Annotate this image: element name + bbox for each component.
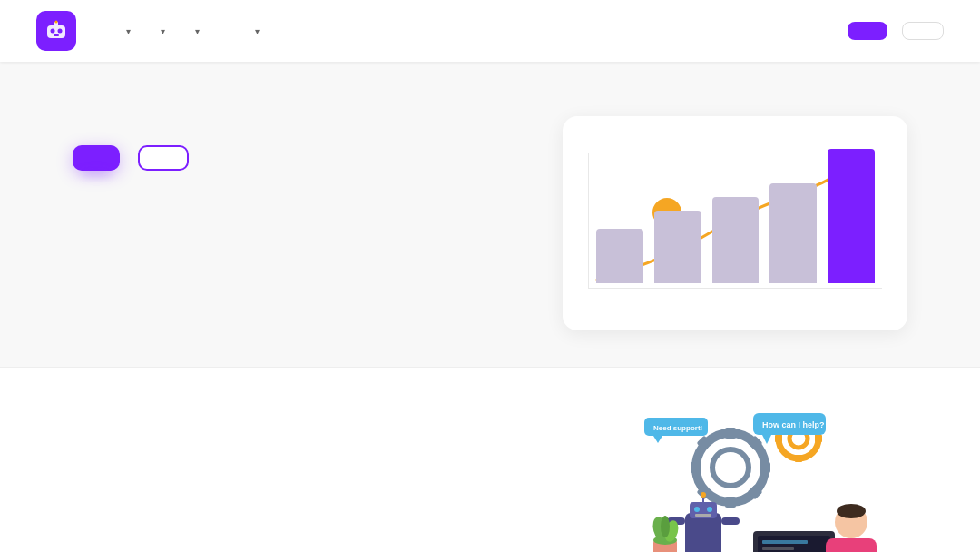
svg-marker-28	[653, 436, 662, 443]
svg-rect-11	[691, 462, 701, 473]
nav-item-products[interactable]: ▾	[145, 19, 176, 44]
svg-rect-22	[815, 435, 822, 442]
chevron-down-icon: ▾	[161, 26, 165, 36]
bar-2	[654, 211, 701, 283]
bar-group-5	[828, 149, 875, 288]
svg-point-32	[707, 507, 712, 512]
svg-rect-47	[826, 538, 877, 552]
bar-5	[828, 149, 875, 283]
svg-point-1	[51, 29, 55, 34]
svg-rect-12	[760, 462, 770, 473]
bar-4	[769, 183, 817, 283]
start-for-free-button[interactable]	[848, 22, 887, 40]
book-demo-button[interactable]	[138, 145, 189, 171]
section2: How can I help? Need support!	[0, 367, 980, 552]
section2-illustration: How can I help? Need support!	[617, 404, 907, 552]
bar-group-3	[712, 197, 760, 288]
logo-icon	[36, 11, 76, 51]
chevron-down-icon: ▾	[126, 26, 131, 36]
nav-item-solutions[interactable]: ▾	[180, 19, 211, 44]
svg-point-5	[55, 21, 58, 24]
svg-rect-37	[721, 518, 740, 525]
svg-rect-40	[762, 540, 808, 544]
hero-right	[563, 116, 907, 330]
svg-rect-20	[795, 455, 802, 462]
bar-group-2	[654, 211, 701, 288]
bar-group-1	[596, 229, 643, 288]
nav-item-resources[interactable]: ▾	[240, 19, 270, 44]
svg-text:How can I help?: How can I help?	[762, 420, 825, 429]
svg-rect-41	[762, 547, 794, 550]
svg-point-2	[58, 29, 63, 34]
hero-left	[73, 116, 508, 182]
nav-item-pricing[interactable]	[214, 24, 236, 38]
svg-marker-25	[762, 435, 771, 444]
chevron-down-icon: ▾	[195, 26, 200, 36]
login-button[interactable]	[902, 22, 944, 40]
chart-bars	[588, 153, 882, 289]
nav-links: ▾ ▾ ▾ ▾	[111, 19, 848, 44]
svg-point-52	[661, 516, 670, 537]
build-chatbot-button[interactable]	[73, 145, 120, 171]
svg-rect-29	[685, 513, 721, 552]
chart-area	[588, 153, 882, 316]
lead-conversion-illustration: How can I help? Need support!	[626, 404, 898, 552]
svg-text:Need support!: Need support!	[653, 424, 702, 432]
svg-point-8	[712, 449, 749, 486]
svg-point-35	[701, 492, 706, 498]
svg-point-31	[694, 507, 700, 512]
logo[interactable]	[36, 11, 82, 51]
nav-item-why[interactable]: ▾	[111, 19, 142, 44]
bar-1	[596, 229, 643, 283]
svg-rect-9	[725, 428, 736, 439]
svg-rect-3	[54, 34, 59, 36]
section2-left	[73, 404, 563, 417]
svg-point-46	[837, 504, 866, 518]
bar-group-4	[769, 183, 817, 288]
svg-rect-10	[725, 497, 736, 508]
chevron-down-icon: ▾	[255, 26, 260, 36]
svg-rect-21	[775, 435, 782, 442]
nav-right	[848, 22, 944, 40]
hero-section	[0, 62, 980, 367]
hero-ctas	[73, 145, 508, 171]
svg-rect-33	[695, 514, 711, 517]
bar-3	[712, 197, 760, 283]
chart-card	[563, 116, 907, 330]
navbar: ▾ ▾ ▾ ▾	[0, 0, 980, 62]
